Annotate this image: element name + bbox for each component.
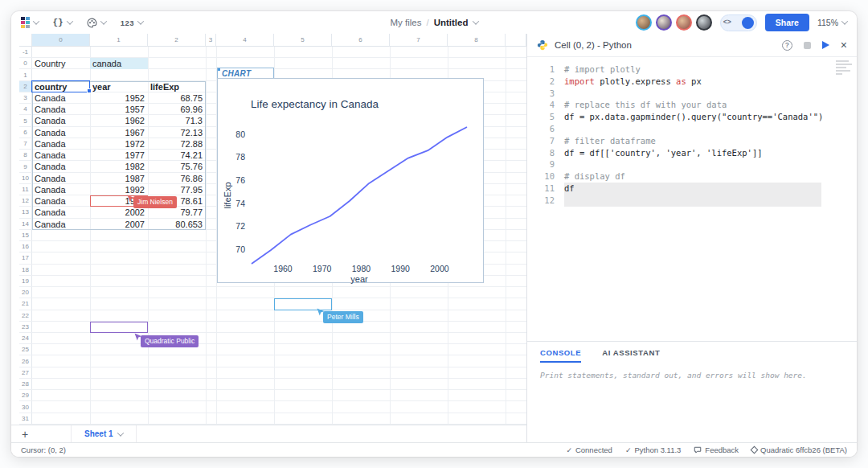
code-language-menu-button[interactable]: {} [53,18,72,27]
avatar[interactable] [676,14,692,31]
code-line[interactable]: 5df = px.data.gapminder().query("country… [527,111,857,123]
row-header[interactable]: 3 [19,92,32,103]
table-cell[interactable]: 1977 [90,150,145,161]
code-line[interactable]: 11df [527,183,857,195]
row-header[interactable]: 29 [19,390,32,400]
row-header[interactable]: 28 [19,379,32,389]
table-cell[interactable]: 79.77 [148,207,203,218]
code-line[interactable]: 9 [527,158,857,170]
table-cell[interactable]: 69.96 [148,104,203,115]
run-icon[interactable] [822,41,829,49]
column-header[interactable]: 8 [448,34,506,47]
selected-cell[interactable] [31,80,90,92]
grid-row[interactable]: 21 [19,298,526,310]
grid-row[interactable]: 20 [19,287,526,298]
feedback-button[interactable]: Feedback [694,445,739,454]
row-header[interactable]: 4 [19,104,32,114]
code-line[interactable]: 6 [527,123,857,135]
file-title[interactable]: Untitled [434,18,469,27]
row-header[interactable]: 7 [19,138,32,149]
table-header-cell[interactable]: lifeExp [150,81,205,92]
table-cell[interactable]: 1967 [90,127,145,138]
add-sheet-button[interactable]: + [11,428,39,441]
row-header[interactable]: -1 [19,47,32,57]
table-header-cell[interactable]: year [92,81,147,92]
column-header[interactable]: 6 [332,34,390,47]
main-menu-button[interactable] [21,17,39,29]
table-cell[interactable]: Canada [35,195,89,207]
close-icon[interactable]: × [841,39,847,51]
column-header[interactable]: 0 [32,34,90,47]
row-header[interactable]: 12 [19,195,32,206]
row-header[interactable]: 21 [19,298,32,309]
code-line[interactable]: 2import plotly.express as px [527,76,857,88]
table-cell[interactable]: 72.88 [148,138,203,150]
table-cell[interactable]: Canada [35,219,89,230]
entry-label-cell[interactable]: Country [35,58,89,69]
table-cell[interactable]: 1957 [90,104,145,115]
share-button[interactable]: Share [765,14,809,31]
row-header[interactable]: 31 [19,413,32,424]
chart-object[interactable]: Life expectancy in Canada707274767880196… [217,78,484,283]
console-tab-console[interactable]: CONSOLE [540,342,581,363]
row-header[interactable]: 6 [19,127,32,138]
row-header[interactable]: 26 [19,355,32,366]
row-header[interactable]: 13 [19,207,32,217]
table-cell[interactable]: Canada [35,207,89,218]
column-header[interactable]: 2 [148,34,206,47]
column-header[interactable]: 4 [216,34,274,47]
avatar[interactable] [696,14,712,31]
table-cell[interactable]: Canada [35,115,89,126]
table-cell[interactable]: 77.95 [148,184,203,195]
table-cell[interactable]: Canada [35,184,89,195]
row-header[interactable]: 5 [19,115,32,125]
code-line[interactable]: 8df = df[['country', 'year', 'lifeExp']] [527,147,857,159]
grid-row[interactable]: 27 [19,367,526,379]
row-header[interactable]: 27 [19,367,32,378]
fill-handle[interactable] [87,88,92,93]
row-header[interactable]: 16 [19,241,32,252]
table-cell[interactable]: 1987 [90,173,145,184]
row-header[interactable]: 18 [19,265,32,275]
row-header[interactable]: 23 [19,322,32,332]
table-cell[interactable]: 72.13 [148,127,203,138]
number-format-menu-button[interactable]: 123 [121,18,143,27]
row-header[interactable]: 8 [19,150,32,160]
table-cell[interactable]: Canada [35,173,89,184]
grid-row[interactable]: 29 [19,390,526,401]
row-header[interactable]: 19 [19,276,32,286]
table-cell[interactable]: 68.75 [148,92,203,104]
help-icon[interactable]: ? [782,40,792,51]
code-editor[interactable]: 1# import plotly2import plotly.express a… [527,57,857,207]
spreadsheet-grid[interactable]: 012345678-101234567891011121314151617181… [11,34,526,425]
column-header[interactable]: 3 [206,34,216,47]
console-tab-ai-assistant[interactable]: AI ASSISTANT [602,342,660,363]
sheet-tab[interactable]: Sheet 1 [71,425,137,442]
chart-tab[interactable]: CHART [217,68,274,79]
zoom-control[interactable]: 115% [817,18,847,27]
table-cell[interactable]: 1962 [90,115,145,126]
row-header[interactable]: 17 [19,252,32,263]
row-header[interactable]: 22 [19,310,32,321]
grid-row[interactable]: 30 [19,401,526,413]
row-header[interactable]: 9 [19,161,32,171]
grid-row[interactable]: 31 [19,413,526,425]
grid-row[interactable]: 25 [19,344,526,355]
grid-row[interactable]: 26 [19,355,526,367]
code-editor-toggle[interactable]: <> [720,14,757,31]
grid-row[interactable]: 24 [19,333,526,344]
avatar[interactable] [656,14,672,31]
table-cell[interactable]: 1952 [90,92,145,104]
table-cell[interactable]: 75.76 [148,161,203,172]
chevron-down-icon[interactable] [472,18,478,24]
row-header[interactable]: 1 [19,69,32,80]
table-cell[interactable]: 1982 [90,161,145,172]
row-header[interactable]: 30 [19,401,32,412]
row-header[interactable]: 0 [19,58,32,68]
grid-row[interactable]: 28 [19,379,526,390]
column-header[interactable]: 7 [390,34,448,47]
code-line[interactable]: 10# display df [527,170,857,183]
table-cell[interactable]: Canada [35,127,89,138]
grid-row[interactable]: -1 [19,47,526,58]
row-header[interactable]: 14 [19,219,32,229]
